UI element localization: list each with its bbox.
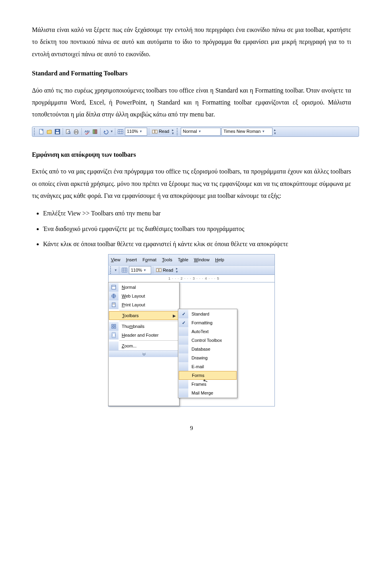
- research-icon[interactable]: [91, 128, 99, 135]
- blank-icon: [179, 336, 188, 345]
- header-footer-icon: [109, 331, 118, 339]
- svg-rect-12: [95, 130, 97, 134]
- submenu-item-control-toolbox[interactable]: Control Toolbox: [179, 336, 237, 345]
- spell-check-icon[interactable]: ABC: [83, 128, 91, 135]
- svg-rect-25: [159, 268, 161, 272]
- submenu-item-autotext[interactable]: AutoText: [179, 327, 237, 336]
- blank-icon: [179, 327, 188, 336]
- menu-item-print-layout[interactable]: Print Layout: [109, 300, 179, 309]
- blank-icon: [179, 371, 189, 379]
- menu-item-header-footer[interactable]: Header and Footer: [109, 331, 179, 339]
- svg-rect-2: [56, 132, 59, 134]
- menu-item-zoom[interactable]: Zoom...: [109, 341, 179, 350]
- read-button[interactable]: Read: [155, 266, 174, 274]
- svg-rect-3: [56, 130, 59, 131]
- steps-list: Επιλέξτε View >> Toolbars από την menu b…: [32, 207, 351, 250]
- ruler-marks: 1 · · · 2 · · · 3 · · · 4 · · · 5: [168, 275, 219, 282]
- normal-view-icon: [109, 283, 118, 292]
- word-toolbar-strip: ABC ▼ 110% ▼ Read ▸▾ Normal ▼ Times New …: [32, 126, 359, 137]
- menu-window[interactable]: Window: [194, 256, 209, 264]
- menu-item-normal[interactable]: Normal: [109, 283, 179, 292]
- font-value: Times New Roman: [223, 127, 261, 136]
- read-button[interactable]: Read: [151, 127, 170, 136]
- submenu-item-forms[interactable]: Forms ↖: [179, 371, 237, 380]
- toolbar-grip-icon[interactable]: [177, 128, 179, 135]
- new-doc-icon[interactable]: [38, 128, 45, 135]
- toolbar-overflow-icon[interactable]: ▸▾: [175, 267, 179, 273]
- print-layout-icon: [109, 300, 118, 309]
- svg-rect-11: [93, 130, 95, 134]
- save-icon[interactable]: [54, 128, 61, 135]
- submenu-arrow-icon: ▶: [173, 312, 178, 320]
- toolbar-grip-icon[interactable]: [110, 266, 113, 274]
- print-preview-icon[interactable]: [65, 128, 72, 135]
- web-layout-icon: [109, 292, 118, 300]
- check-icon: ✓: [179, 310, 188, 318]
- svg-rect-33: [112, 324, 113, 326]
- submenu-item-email[interactable]: E-mail: [179, 362, 237, 371]
- mini-toolbar: ▼ 110% ▼ Read ▸▾: [108, 265, 275, 275]
- svg-text:ABC: ABC: [85, 130, 90, 133]
- read-label: Read: [159, 127, 169, 136]
- menu-item-web-layout[interactable]: Web Layout: [109, 292, 179, 300]
- svg-rect-18: [155, 130, 157, 133]
- blank-icon: [179, 362, 188, 371]
- open-icon[interactable]: [46, 128, 53, 135]
- zoom-value: 110%: [127, 127, 138, 136]
- submenu-item-drawing[interactable]: Drawing: [179, 353, 237, 362]
- submenu-item-mailmerge[interactable]: Mail Merge: [179, 389, 237, 397]
- blank-icon: [179, 389, 188, 397]
- show-hide-paragraph: Εκτός από το να μας εμφανίζει ένα πρόγρα…: [32, 166, 351, 202]
- table-insert-icon[interactable]: [117, 128, 124, 135]
- svg-rect-9: [75, 132, 77, 134]
- submenu-item-formatting[interactable]: ✓ Formatting: [179, 318, 237, 327]
- menu-insert[interactable]: Insert: [126, 256, 137, 264]
- submenu-item-frames[interactable]: Frames: [179, 380, 237, 389]
- svg-rect-36: [114, 327, 116, 328]
- page-number: 9: [32, 422, 351, 434]
- blank-icon: [179, 345, 188, 353]
- list-item: Ένα διαδοχικό μενού εμφανίζετε με τις δι…: [43, 223, 351, 235]
- submenu-item-database[interactable]: Database: [179, 345, 237, 353]
- font-dropdown[interactable]: Times New Roman ▼: [221, 128, 272, 136]
- menu-table[interactable]: Table: [178, 256, 188, 264]
- toolbar-overflow-icon[interactable]: ▸▾: [171, 128, 175, 135]
- menu-expand-icon[interactable]: [109, 350, 179, 357]
- svg-rect-38: [112, 333, 115, 334]
- blank-icon: [179, 353, 188, 362]
- menu-screenshot: View Insert Format Tools Table Window He…: [108, 254, 275, 406]
- menu-format[interactable]: Format: [142, 256, 156, 264]
- intro-paragraph: Μάλιστα είναι καλό να ξέρετε πως εάν ξεχ…: [32, 24, 351, 60]
- blank-icon: [179, 380, 188, 389]
- toolbar-overflow-icon[interactable]: ▸▾: [273, 128, 277, 135]
- heading-standard-formatting: Standard and Formatting Toolbars: [32, 67, 351, 79]
- menu-view[interactable]: View: [111, 256, 120, 264]
- submenu-item-standard[interactable]: ✓ Standard: [179, 310, 237, 318]
- mini-read-label: Read: [163, 266, 173, 274]
- svg-rect-26: [112, 285, 116, 289]
- menubar: View Insert Format Tools Table Window He…: [108, 254, 275, 265]
- svg-rect-8: [75, 130, 77, 131]
- check-icon: ✓: [179, 318, 188, 327]
- zoom-dropdown[interactable]: 110% ▼: [125, 128, 147, 136]
- menu-item-thumbnails[interactable]: Thumbnails: [109, 322, 179, 331]
- table-insert-icon[interactable]: [121, 266, 128, 274]
- svg-line-6: [70, 133, 71, 134]
- menu-help[interactable]: Help: [215, 256, 224, 264]
- zoom-dropdown[interactable]: 110% ▼: [129, 266, 151, 274]
- toolbar-grip-icon[interactable]: [34, 128, 36, 135]
- svg-rect-34: [114, 324, 116, 326]
- style-dropdown[interactable]: Normal ▼: [181, 128, 221, 136]
- svg-rect-24: [156, 268, 158, 272]
- standard-formatting-paragraph: Δύο από τις πιο ευρέως χρησιμοποιούμενες…: [32, 85, 351, 121]
- toolbars-submenu: ✓ Standard ✓ Formatting AutoText Control…: [178, 309, 237, 398]
- list-item: Κάντε κλικ σε όποια toolbar θέλετε να εμ…: [43, 238, 351, 250]
- svg-rect-35: [112, 327, 113, 328]
- thumbnails-icon: [109, 322, 118, 331]
- view-dropdown: Normal Web Layout Print Layout Toolbars …: [108, 282, 180, 406]
- blank-icon: [109, 341, 118, 350]
- undo-icon[interactable]: [102, 128, 109, 135]
- print-icon[interactable]: [73, 128, 80, 135]
- menu-tools[interactable]: Tools: [162, 256, 172, 264]
- menu-item-toolbars[interactable]: Toolbars ▶: [109, 311, 179, 320]
